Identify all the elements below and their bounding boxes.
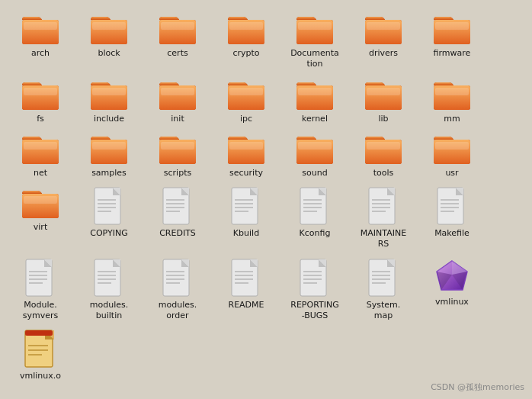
folder-icon [89, 12, 129, 46]
svg-rect-29 [161, 88, 194, 95]
folder-icon [226, 132, 266, 166]
file-manager: arch block [0, 0, 532, 391]
item-vmlinux-o[interactable]: vmlinux.o [6, 324, 75, 385]
folder-icon [21, 12, 60, 46]
item-ipc[interactable]: ipc [212, 73, 280, 127]
item-label: modules.builtin [90, 300, 128, 322]
item-readme[interactable]: README [212, 253, 280, 325]
item-label: System.map [367, 300, 401, 322]
item-modules-builtin[interactable]: modules.builtin [75, 253, 143, 325]
item-mm[interactable]: mm [418, 73, 486, 127]
folder-icon [226, 78, 266, 111]
folder-icon [295, 132, 335, 166]
item-label: fs [37, 114, 44, 124]
vmlinux-o-icon [24, 329, 57, 368]
item-drivers[interactable]: drivers [349, 8, 418, 73]
file-grid: arch block [6, 8, 526, 385]
item-arch[interactable]: arch [6, 8, 75, 73]
document-icon [299, 258, 331, 298]
item-sound[interactable]: sound [280, 127, 349, 182]
document-icon [93, 186, 125, 226]
item-net[interactable]: net [6, 127, 75, 182]
folder-icon [295, 78, 335, 111]
document-icon [367, 186, 399, 226]
svg-rect-59 [367, 142, 400, 150]
item-lib[interactable]: lib [349, 73, 418, 127]
item-label: certs [167, 48, 187, 59]
item-label: firmware [434, 48, 471, 59]
item-block[interactable]: block [75, 8, 143, 73]
document-icon [436, 186, 468, 226]
item-label: lib [378, 114, 388, 124]
item-kernel[interactable]: kernel [280, 73, 349, 127]
item-vmlinux[interactable]: vmlinux [418, 253, 486, 325]
document-icon [230, 258, 262, 298]
item-usr[interactable]: usr [418, 127, 486, 182]
item-scripts[interactable]: scripts [143, 127, 212, 182]
svg-rect-132 [25, 330, 53, 336]
item-label: sound [302, 168, 327, 179]
item-label: scripts [164, 168, 191, 179]
item-label: crypto [232, 48, 259, 59]
item-label: Documentation [290, 48, 339, 70]
item-firmware[interactable]: firmware [418, 8, 486, 73]
item-label: block [98, 48, 120, 59]
document-icon [162, 258, 194, 298]
svg-rect-8 [161, 22, 194, 30]
svg-rect-53 [229, 142, 263, 150]
item-documentation[interactable]: Documentation [280, 8, 349, 73]
svg-rect-14 [298, 22, 332, 30]
item-certs[interactable]: certs [143, 8, 212, 73]
item-label: ipc [240, 114, 252, 124]
svg-rect-44 [24, 142, 57, 150]
item-init[interactable]: init [143, 73, 212, 127]
item-label: COPYING [90, 228, 127, 239]
folder-icon [21, 132, 60, 166]
item-kbuild[interactable]: Kbuild [212, 182, 280, 253]
svg-rect-38 [367, 88, 400, 95]
svg-rect-20 [435, 22, 469, 30]
svg-rect-47 [92, 142, 126, 150]
item-label: REPORTING-BUGS [290, 300, 338, 322]
item-label: CREDITS [159, 228, 196, 239]
item-label: usr [445, 168, 458, 179]
svg-rect-2 [24, 22, 57, 30]
item-include[interactable]: include [75, 73, 143, 127]
svg-rect-41 [435, 88, 469, 95]
item-label: modules.order [159, 300, 197, 322]
document-icon [93, 258, 125, 298]
item-kconfig[interactable]: Kconfig [280, 182, 349, 253]
item-virt[interactable]: virt [6, 182, 75, 253]
item-label: init [171, 114, 184, 124]
folder-icon [364, 132, 403, 166]
item-security[interactable]: security [212, 127, 280, 182]
item-module-symvers[interactable]: Module.symvers [6, 253, 75, 325]
item-copying[interactable]: COPYING [75, 182, 143, 253]
svg-rect-5 [92, 22, 126, 30]
vmlinux-icon [434, 258, 470, 294]
item-crypto[interactable]: crypto [212, 8, 280, 73]
folder-icon [158, 78, 197, 111]
item-reporting-bugs[interactable]: REPORTING-BUGS [280, 253, 349, 325]
item-label: Kconfig [300, 228, 331, 239]
item-label: vmlinux.o [20, 371, 61, 381]
item-system-map[interactable]: System.map [349, 253, 418, 325]
item-tools[interactable]: tools [349, 127, 418, 182]
folder-icon [89, 78, 129, 111]
item-label: net [34, 168, 47, 179]
item-credits[interactable]: CREDITS [143, 182, 212, 253]
folder-icon [364, 78, 403, 111]
item-modules-order[interactable]: modules.order [143, 253, 212, 325]
svg-rect-26 [92, 88, 126, 95]
folder-icon [432, 132, 472, 166]
item-maintainers[interactable]: MAINTAINERS [349, 182, 418, 253]
item-label: drivers [369, 48, 398, 59]
item-fs[interactable]: fs [6, 73, 75, 127]
item-makefile[interactable]: Makefile [418, 182, 486, 253]
svg-rect-62 [435, 142, 469, 150]
document-icon [230, 186, 262, 226]
item-samples[interactable]: samples [75, 127, 143, 182]
item-label: include [94, 114, 124, 124]
document-icon [24, 258, 56, 298]
item-label: mm [444, 114, 460, 124]
